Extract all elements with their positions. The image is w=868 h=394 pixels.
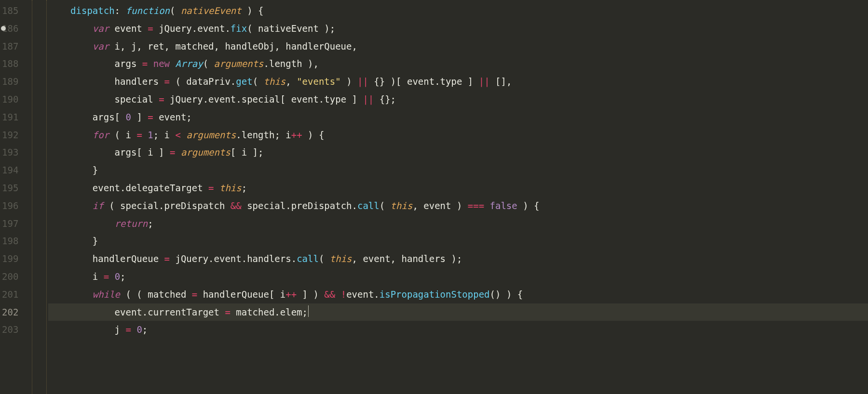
text-cursor (308, 305, 309, 317)
line-number[interactable]: 188 (2, 55, 18, 73)
code-token: ( dataPriv. (170, 76, 236, 87)
line-number[interactable]: 200 (2, 268, 18, 286)
code-token: jQuery.event. (153, 23, 231, 34)
code-token (175, 147, 180, 158)
code-token: ( (380, 200, 391, 211)
line-number[interactable]: 187 (2, 38, 18, 55)
indent-guides (25, 0, 48, 394)
code-line[interactable]: while ( ( matched = handlerQueue[ i++ ] … (48, 286, 868, 303)
line-number[interactable]: 195 (2, 179, 18, 197)
code-line[interactable]: var event = jQuery.event.fix( nativeEven… (48, 20, 868, 38)
line-number[interactable]: 199 (2, 250, 18, 268)
line-number[interactable]: 203 (2, 321, 18, 339)
code-line[interactable]: handlerQueue = jQuery.event.handlers.cal… (48, 250, 868, 268)
code-line[interactable]: args[ i ] = arguments[ i ]; (48, 144, 868, 161)
code-line[interactable]: args = new Array( arguments.length ), (48, 55, 868, 73)
code-token: = (170, 147, 175, 158)
code-token: ; i (153, 130, 176, 140)
code-token: = (159, 94, 164, 105)
code-line[interactable]: event.delegateTarget = this; (48, 179, 868, 197)
code-token: || (363, 94, 374, 105)
code-line[interactable]: j = 0; (48, 321, 868, 339)
code-token: event. (346, 289, 380, 300)
line-number[interactable]: 186 (2, 20, 18, 38)
line-number[interactable]: 191 (2, 108, 18, 126)
line-number[interactable]: 189 (2, 73, 18, 91)
code-token: = (104, 271, 109, 282)
code-token: jQuery.event.special[ event.type ] (164, 94, 363, 105)
code-token: 1 (148, 130, 153, 140)
code-token (335, 289, 340, 300)
code-token: jQuery.event.handlers. (170, 253, 297, 264)
code-token: ( (170, 5, 181, 16)
code-token: event.currentTarget (115, 307, 225, 317)
code-line[interactable]: } (48, 232, 868, 250)
line-number[interactable]: 197 (2, 215, 18, 233)
line-number[interactable]: 196 (2, 197, 18, 215)
code-token: .length; i (236, 130, 291, 140)
code-token: fix (231, 23, 247, 34)
line-number[interactable]: 194 (2, 161, 18, 179)
code-line[interactable]: event.currentTarget = matched.elem; (48, 303, 868, 321)
code-token: = (148, 23, 153, 34)
code-token: 0 (136, 324, 142, 335)
line-number-gutter[interactable]: 1851861871881891901911921931941951961971… (0, 0, 25, 394)
code-token: ; (120, 271, 125, 282)
code-token: event.delegateTarget (93, 183, 208, 193)
line-number[interactable]: 198 (2, 232, 18, 250)
code-line[interactable]: var i, j, ret, matched, handleObj, handl… (48, 38, 868, 55)
code-token: i, j, ret, matched, handleObj, handlerQu… (109, 41, 357, 52)
code-token: , event, handlers ); (352, 253, 462, 264)
code-line[interactable]: i = 0; (48, 268, 868, 286)
code-token (148, 58, 153, 69)
code-token: get (236, 76, 252, 87)
code-token: && (324, 289, 335, 300)
code-line[interactable]: handlers = ( dataPriv.get( this, "events… (48, 73, 868, 91)
code-token: [], (490, 76, 512, 87)
code-line[interactable]: } (48, 161, 868, 179)
code-editor[interactable]: 1851861871881891901911921931941951961971… (0, 0, 868, 394)
code-token (170, 58, 175, 69)
code-token: 0 (115, 271, 120, 282)
line-number[interactable]: 185 (2, 2, 18, 20)
code-token: false (490, 200, 517, 211)
code-token: : (115, 5, 126, 16)
code-token: = (142, 58, 148, 69)
modified-dot-icon (1, 26, 6, 31)
code-token: && (231, 200, 242, 211)
line-number[interactable]: 202 (2, 303, 18, 321)
code-token: .length ), (264, 58, 319, 69)
code-token: matched.elem; (231, 307, 308, 317)
code-token: ) { (517, 200, 540, 211)
code-token: || (479, 76, 490, 87)
code-line[interactable]: if ( special.preDispatch && special.preD… (48, 197, 868, 215)
line-number[interactable]: 201 (2, 286, 18, 303)
line-number[interactable]: 192 (2, 126, 18, 144)
code-token: } (93, 165, 98, 175)
code-token: arguments (181, 147, 231, 158)
code-token: ++ (285, 289, 297, 300)
code-token: handlerQueue[ i (197, 289, 285, 300)
code-line[interactable]: args[ 0 ] = event; (48, 108, 868, 126)
code-token: ( (319, 253, 330, 264)
code-token: < (176, 130, 181, 140)
code-token: arguments (186, 130, 236, 140)
code-token: call (297, 253, 319, 264)
code-area[interactable]: dispatch: function( nativeEvent ) { var … (48, 0, 868, 394)
code-token: new (153, 58, 170, 69)
code-token: ) { (242, 5, 264, 16)
line-number[interactable]: 190 (2, 91, 18, 108)
code-token: arguments (214, 58, 264, 69)
code-token: "events" (297, 76, 341, 87)
code-token: this (391, 200, 413, 211)
code-token: ( i (109, 130, 136, 140)
code-token: this (219, 183, 242, 193)
code-token: {} )[ event.type ] (368, 76, 479, 87)
code-token: for (93, 130, 109, 140)
line-number[interactable]: 193 (2, 144, 18, 161)
code-line[interactable]: for ( i = 1; i < arguments.length; i++ )… (48, 126, 868, 144)
code-line[interactable]: return; (48, 215, 868, 233)
code-token (109, 271, 114, 282)
code-line[interactable]: special = jQuery.event.special[ event.ty… (48, 91, 868, 108)
code-line[interactable]: dispatch: function( nativeEvent ) { (48, 2, 868, 20)
